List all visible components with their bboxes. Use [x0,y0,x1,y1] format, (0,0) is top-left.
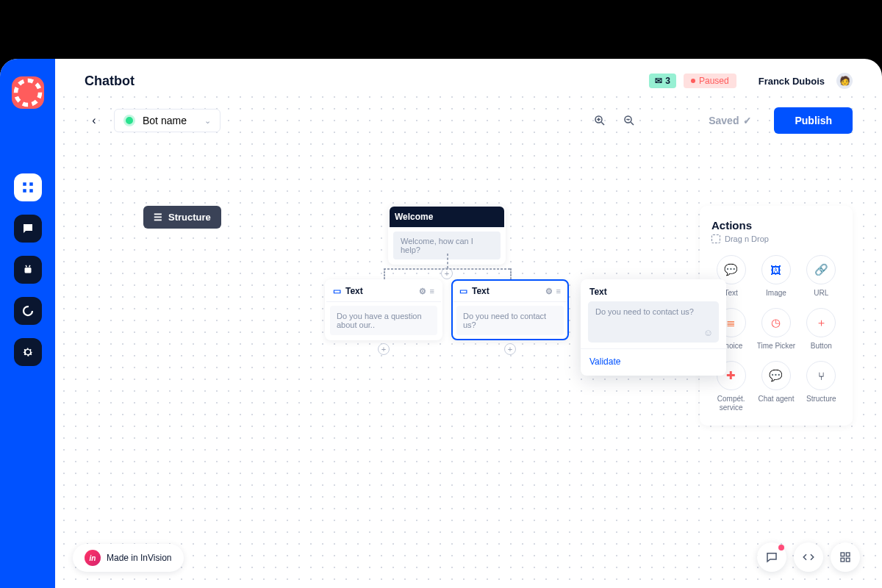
invision-logo-icon: in [85,550,101,566]
emoji-icon[interactable]: ☺ [703,327,713,338]
logo-icon[interactable] [12,76,44,109]
apps-icon[interactable] [14,173,42,201]
node-text-1[interactable]: ▭ Text ⚙≡ Do you have a question about o… [325,279,442,340]
gear-icon[interactable]: ⚙ [419,287,426,296]
invision-badge[interactable]: in Made in InVision [73,544,184,572]
edit-textarea[interactable]: Do you need to contact us? ☺ [588,301,719,343]
gear-icon[interactable] [14,338,42,366]
node-title: Text [472,286,490,296]
text-icon: ▭ [333,286,341,296]
action-button[interactable]: ＋Button [802,308,841,351]
action-label: Structure [806,395,836,404]
node-body: Do you need to contact us? [456,306,564,335]
text-icon: ▭ [459,286,467,296]
add-child-button[interactable]: + [504,343,516,355]
action-label: URL [814,289,828,298]
action-chat-agent[interactable]: 💬Chat agent [756,361,795,412]
sidebar [0,59,55,588]
android-icon[interactable] [14,256,42,284]
chat-icon[interactable] [14,215,42,243]
svg-rect-4 [29,189,33,193]
dnd-hint: Drag n Drop [711,234,841,243]
action-label: Button [811,342,832,351]
svg-rect-5 [24,268,31,273]
node-title: Welcome [390,207,504,228]
list-icon: ☰ [154,212,162,223]
svg-rect-3 [23,189,26,193]
menu-icon[interactable]: ≡ [556,287,561,296]
drag-icon [711,234,720,243]
fab-row [757,542,860,572]
action-icon: ＋ [806,308,836,337]
action-icon: 💬 [761,361,791,390]
action-url[interactable]: 🔗URL [802,255,841,298]
actions-title: Actions [711,219,841,232]
action-label: Time Picker [757,342,795,351]
edit-panel: Text Do you need to contact us? ☺ Valida… [581,279,726,376]
svg-line-6 [26,265,27,267]
action-label: Image [766,289,786,298]
structure-button[interactable]: ☰ Structure [143,206,221,229]
action-label: Compét. service [711,395,750,412]
action-icon: 🔗 [806,255,836,284]
svg-point-0 [15,81,40,105]
main-area: Chatbot ✉ 3 Paused Franck Dubois 🧑 ‹ Bot… [55,59,882,588]
validate-button[interactable]: Validate [581,348,726,376]
gear-icon[interactable]: ⚙ [545,287,553,296]
svg-rect-2 [29,182,33,186]
svg-rect-16 [841,553,845,556]
edit-title: Text [581,279,726,301]
action-label: Chat agent [759,395,795,404]
node-body: Do you have a question about our.. [330,306,437,335]
svg-point-8 [24,306,32,315]
action-image[interactable]: 🖼Image [756,255,795,298]
svg-rect-1 [23,182,26,186]
spinner-icon[interactable] [14,297,42,325]
action-icon: ◷ [761,308,791,337]
menu-icon[interactable]: ≡ [430,287,434,296]
app-window: Chatbot ✉ 3 Paused Franck Dubois 🧑 ‹ Bot… [0,59,882,588]
comments-button[interactable] [757,542,786,572]
code-button[interactable] [794,542,823,572]
action-time-picker[interactable]: ◷Time Picker [756,308,795,351]
action-label: Text [724,289,737,298]
node-title: Text [345,286,363,296]
node-text-2[interactable]: ▭ Text ⚙≡ Do you need to contact us? + [451,279,569,340]
svg-rect-18 [841,558,845,562]
svg-rect-17 [846,553,850,556]
add-child-button[interactable]: + [378,343,390,355]
action-icon: ⑂ [806,361,836,390]
svg-line-7 [29,265,30,267]
grid-button[interactable] [831,542,860,572]
svg-rect-19 [846,558,850,562]
action-structure[interactable]: ⑂Structure [802,361,841,412]
action-icon: 🖼 [761,255,791,284]
notification-dot-icon [778,545,784,551]
